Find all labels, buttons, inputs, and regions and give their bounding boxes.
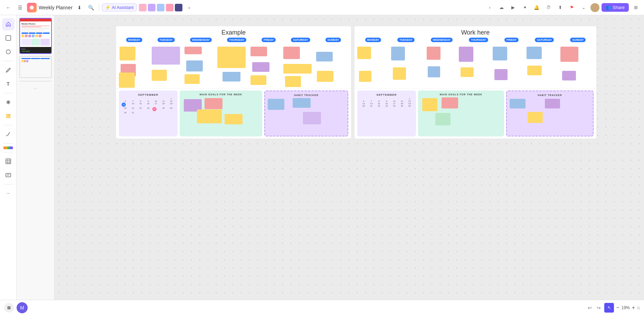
doc-tab-4[interactable]	[166, 4, 173, 11]
menu-button[interactable]: ☰	[15, 3, 25, 12]
sticky-ex-3[interactable]	[119, 73, 135, 88]
sticky-ex-7[interactable]	[186, 60, 203, 71]
goal-sticky-3[interactable]	[197, 109, 222, 123]
wk-sticky-13[interactable]	[560, 47, 578, 62]
wk-sticky-4[interactable]	[393, 67, 406, 80]
pages-footer	[19, 80, 51, 82]
chevron-down-icon[interactable]: ⌄	[579, 3, 588, 12]
wk-sticky-9[interactable]	[493, 47, 507, 60]
sidebar-brush-icon[interactable]	[2, 128, 15, 141]
star-icon[interactable]: ✦	[520, 3, 530, 12]
sticky-ex-10[interactable]	[222, 72, 240, 82]
goal-sticky-2[interactable]	[205, 98, 222, 109]
sticky-ex-6[interactable]	[184, 47, 202, 54]
download-button[interactable]: ⬇	[75, 3, 84, 12]
share-icon: 👥	[606, 5, 611, 10]
wk-goal-sticky-1[interactable]	[422, 98, 437, 111]
sidebar-color-strip[interactable]	[3, 146, 13, 149]
doc-tab-5[interactable]	[175, 4, 182, 11]
doc-tab-1[interactable]	[139, 4, 146, 11]
sidebar-circle-icon[interactable]	[2, 46, 15, 58]
wk-goal-sticky-2[interactable]	[442, 97, 458, 108]
habit-sticky-3[interactable]	[303, 112, 321, 124]
sidebar-text2-icon[interactable]	[2, 169, 15, 181]
habit-sticky-2[interactable]	[293, 98, 311, 108]
wk-sticky-14[interactable]	[562, 71, 576, 80]
undo-button[interactable]: ↩	[586, 304, 593, 312]
goal-sticky-4[interactable]	[225, 114, 243, 124]
day-saturday-ex: SATURDAY	[291, 38, 310, 42]
wk-sticky-12[interactable]	[527, 66, 542, 75]
wk-goal-sticky-3[interactable]	[435, 113, 451, 125]
upload-icon[interactable]: ⬆	[555, 3, 565, 12]
chevron-right-icon[interactable]: ›	[485, 3, 494, 12]
wk-sticky-1[interactable]	[357, 47, 371, 59]
mindmap-button[interactable]: M	[17, 302, 28, 313]
redo-button[interactable]: ↪	[595, 304, 602, 312]
fit-button[interactable]: ⌂	[637, 305, 640, 310]
search-button[interactable]: 🔍	[86, 3, 96, 12]
maximize-icon[interactable]: ⊞	[631, 3, 641, 12]
sticky-ex-1[interactable]	[120, 47, 135, 60]
sticky-ex-18[interactable]	[317, 71, 333, 82]
habit-sticky-1[interactable]	[268, 99, 284, 110]
wk-habit-sticky-2[interactable]	[528, 112, 543, 123]
sidebar-separator-4	[3, 143, 13, 144]
sticky-ex-4[interactable]	[152, 47, 180, 65]
sidebar-frame-icon[interactable]	[2, 32, 15, 44]
sidebar-text-icon[interactable]: T	[2, 78, 15, 90]
canvas-viewport: Example MONDAY TUESDAY WEDNESDAY THURSDA…	[109, 15, 644, 300]
ai-assistant-button[interactable]: ⚡ AI Assistant	[102, 3, 137, 11]
sticky-ex-9[interactable]	[217, 47, 246, 68]
flag-icon[interactable]: ⚑	[567, 3, 577, 12]
wk-sticky-5[interactable]	[427, 47, 441, 60]
timer-icon[interactable]: ⏱	[543, 3, 553, 12]
zoom-out-button[interactable]: −	[616, 305, 619, 311]
wk-sticky-10[interactable]	[494, 69, 508, 80]
sticky-ex-15[interactable]	[283, 64, 312, 74]
cursor-tool-button[interactable]: ↖	[604, 303, 614, 313]
sticky-ex-14[interactable]	[283, 47, 300, 59]
wk-sticky-3[interactable]	[391, 47, 405, 60]
sticky-ex-17[interactable]	[316, 52, 333, 61]
sidebar-home-icon[interactable]	[2, 18, 15, 30]
play-icon[interactable]: ▶	[508, 3, 518, 12]
sticky-ex-16[interactable]	[285, 76, 301, 87]
zoom-in-button[interactable]: +	[632, 305, 635, 311]
wk-sticky-6[interactable]	[428, 66, 440, 77]
doc-tab-2[interactable]	[148, 4, 155, 11]
canvas-area[interactable]: Example MONDAY TUESDAY WEDNESDAY THURSDA…	[55, 15, 644, 315]
wk-sticky-8[interactable]	[461, 67, 474, 77]
wk-sticky-7[interactable]	[459, 47, 473, 62]
pages-icon[interactable]: ⊞	[4, 303, 14, 313]
cloud-save-icon[interactable]: ☁	[496, 3, 506, 12]
cal-grid-wk: 1 6789101112 13141516171819 202122232425…	[360, 98, 413, 107]
bell-icon[interactable]: 🔔	[532, 3, 541, 12]
sticky-ex-13[interactable]	[250, 75, 266, 85]
app-icon	[27, 3, 37, 12]
sticky-ex-11[interactable]	[250, 47, 267, 56]
sidebar-star-cross-icon[interactable]	[2, 96, 15, 108]
page-thumb-2[interactable]	[19, 56, 52, 78]
sidebar-sticky-icon[interactable]	[2, 110, 15, 122]
sticky-ex-5[interactable]	[152, 70, 167, 81]
wk-habit-sticky-3[interactable]	[545, 99, 560, 108]
habit-box-wk: HABIT TRACKER	[506, 90, 594, 136]
pages-more: ...	[19, 84, 51, 91]
more-button[interactable]: ‹	[184, 3, 194, 12]
sidebar-dots-icon[interactable]: ···	[2, 187, 15, 200]
share-button[interactable]: 👥 Share	[602, 3, 629, 12]
sticky-ex-8[interactable]	[184, 74, 200, 84]
wk-habit-sticky-1[interactable]	[510, 99, 525, 108]
sidebar-table-icon[interactable]	[2, 155, 15, 168]
page-thumb-1[interactable]: Weekly Planner	[19, 18, 52, 54]
sidebar-pen-icon[interactable]	[2, 64, 15, 76]
doc-tab-3[interactable]	[157, 4, 164, 11]
wk-sticky-11[interactable]	[527, 47, 542, 59]
bottombar-left: ⊞ M	[4, 302, 28, 313]
wk-sticky-2[interactable]	[359, 71, 371, 82]
main-layout: T ··· Weekly Planner	[0, 15, 644, 315]
pages-more-dots[interactable]: ...	[34, 86, 37, 89]
back-button[interactable]: ←	[3, 3, 13, 12]
sticky-ex-12[interactable]	[252, 62, 269, 72]
